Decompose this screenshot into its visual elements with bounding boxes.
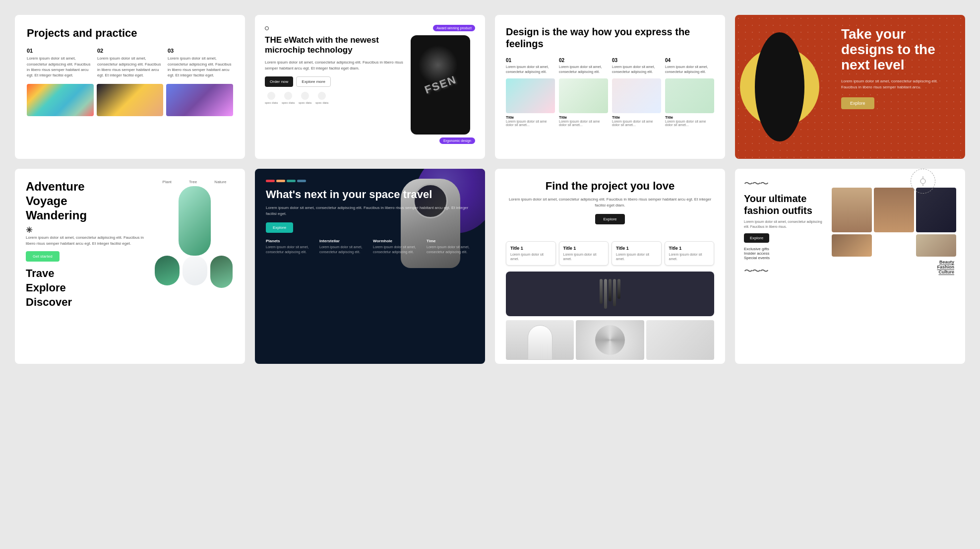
design-item-text-4: Lorem ipsum dolor sit ame dolor sit amet… bbox=[665, 120, 714, 127]
design-col-text-2: Lorem ipsum dolor sit amet, consectetur … bbox=[559, 65, 608, 74]
spec-icon-4 bbox=[318, 92, 326, 100]
card-design: Design is the way how you express the fe… bbox=[495, 15, 725, 159]
ewatch-buttons: Order now Explore more bbox=[265, 76, 406, 87]
wavy-line-top: 〜〜〜 bbox=[744, 178, 768, 190]
dark-bar-4 bbox=[613, 279, 616, 306]
design-item-title-4: Title bbox=[665, 115, 714, 120]
project-image-1 bbox=[27, 84, 94, 116]
space-item-2: Interstellar Lorem ipsum dolor sit amet,… bbox=[319, 239, 367, 255]
label-nature: Nature bbox=[214, 180, 226, 184]
flag-orange bbox=[276, 180, 285, 182]
fashion-desc: Lorem ipsum dolor sit amet, consectetur … bbox=[744, 219, 827, 229]
card-takeyour: Take your designs to the next level Lore… bbox=[735, 15, 965, 159]
find-tab-text-1: Lorem ipsum dolor sit amet. bbox=[510, 252, 551, 261]
space-item-title-2: Interstellar bbox=[319, 239, 367, 243]
get-started-button[interactable]: Get started bbox=[26, 251, 60, 262]
takeyour-desc: Lorem ipsum dolor sit amet, consectetur … bbox=[841, 78, 953, 90]
find-tab-1: Title 1 Lorem ipsum dolor sit amet. bbox=[506, 241, 556, 266]
design-title: Design is the way how you express the fe… bbox=[506, 26, 714, 50]
flag-teal bbox=[287, 180, 296, 182]
space-item-4: Time Lorem ipsum dolor sit amet, consect… bbox=[427, 239, 474, 255]
card-space: What's next in your space travel Lorem i… bbox=[255, 169, 485, 364]
adventure-img-oval bbox=[210, 256, 233, 288]
space-item-title-4: Time bbox=[427, 239, 474, 243]
col-text-2: Lorem ipsum dolor sit amet, consectetur … bbox=[97, 56, 163, 78]
dark-bar-1 bbox=[600, 279, 603, 304]
adventure-img-sm-2 bbox=[183, 256, 207, 285]
project-image-3 bbox=[166, 84, 233, 116]
space-explore-button[interactable]: Explore bbox=[266, 222, 293, 233]
label-tree: Tree bbox=[189, 180, 197, 184]
fashion-img-5 bbox=[916, 234, 956, 257]
find-dark-visual bbox=[506, 272, 714, 316]
specs-row: spec data spec data spec data spec data bbox=[265, 92, 406, 104]
design-img-2 bbox=[559, 78, 608, 113]
space-item-text-4: Lorem ipsum dolor sit amet, consectetur … bbox=[427, 245, 474, 255]
spec-text-2: spec data bbox=[282, 101, 295, 104]
find-tab-title-3: Title 1 bbox=[616, 246, 657, 251]
design-item-text-2: Lorem ipsum dolor sit ame dolor sit amet… bbox=[559, 120, 608, 127]
ewatch-right: Ergonomic design bbox=[411, 35, 475, 149]
flag-blue bbox=[297, 180, 306, 182]
design-col-num-3: 03 bbox=[612, 58, 661, 63]
spec-icon-2 bbox=[284, 92, 292, 100]
card-ewatch: Award winning product THE eWatch with th… bbox=[255, 15, 485, 159]
main-grid: Projects and practice 01 Lorem ipsum dol… bbox=[15, 15, 965, 364]
fashion-img-3 bbox=[916, 188, 956, 232]
find-tabs: Title 1 Lorem ipsum dolor sit amet. Titl… bbox=[506, 241, 714, 266]
spec-text-1: spec data bbox=[265, 101, 278, 104]
label-plant: Plant bbox=[163, 180, 172, 184]
col-text-3: Lorem ipsum dolor sit amet, consectetur … bbox=[168, 56, 233, 78]
project-image-2 bbox=[97, 84, 164, 116]
design-col-num-4: 04 bbox=[665, 58, 714, 63]
card-projects-images bbox=[27, 84, 233, 116]
find-desc: Lorem ipsum dolor sit amet, consectetur … bbox=[506, 197, 714, 208]
design-col-text-3: Lorem ipsum dolor sit amet, consectetur … bbox=[612, 65, 661, 74]
dark-bar-3 bbox=[609, 279, 612, 301]
space-item-text-2: Lorem ipsum dolor sit amet, consectetur … bbox=[319, 245, 367, 255]
ewatch-top-row: Award winning product bbox=[265, 25, 475, 31]
fashion-img-1 bbox=[832, 188, 872, 232]
fashion-right: Beauty Fashion Culture bbox=[832, 178, 956, 277]
ergo-badge: Ergonomic design bbox=[439, 137, 475, 144]
design-col-3: 03 Lorem ipsum dolor sit amet, consectet… bbox=[612, 58, 661, 127]
card-projects-cols: 01 Lorem ipsum dolor sit amet, consectet… bbox=[27, 48, 233, 78]
fashion-left: 〜〜〜 Your ultimate fashion outfits Lorem … bbox=[744, 178, 827, 277]
takeyour-explore-button[interactable]: Explore bbox=[841, 97, 874, 109]
find-title: Find the project you love bbox=[506, 180, 714, 193]
adventure-desc: Lorem ipsum dolor sit amet, consectetur … bbox=[26, 235, 150, 247]
find-images-row bbox=[506, 320, 714, 360]
card-find: Find the project you love Lorem ipsum do… bbox=[495, 169, 725, 364]
find-img-3 bbox=[646, 320, 714, 360]
spec-text-3: spec data bbox=[299, 101, 311, 104]
find-explore-button[interactable]: Explore bbox=[595, 214, 624, 224]
asterisk-icon: ✳ bbox=[26, 225, 150, 235]
space-item-text-1: Lorem ipsum dolor sit amet, consectetur … bbox=[266, 245, 313, 255]
find-img-2 bbox=[576, 320, 644, 360]
dark-bar-2 bbox=[604, 279, 607, 309]
col-1: 01 Lorem ipsum dolor sit amet, consectet… bbox=[27, 48, 92, 78]
col-num-2: 02 bbox=[97, 48, 163, 54]
card-fashion: 〜〜〜 Your ultimate fashion outfits Lorem … bbox=[735, 169, 965, 364]
design-img-4 bbox=[665, 78, 714, 113]
fashion-label-beauty: Beauty bbox=[832, 260, 954, 265]
card-projects-title: Projects and practice bbox=[27, 27, 233, 40]
find-tab-text-4: Lorem ipsum dolor sit amet. bbox=[669, 252, 710, 261]
adventure-labels: Plant Tree Nature bbox=[155, 180, 234, 184]
spec-3: spec data bbox=[299, 92, 311, 104]
takeyour-title: Take your designs to the next level bbox=[841, 27, 953, 72]
design-item-title-1: Title bbox=[506, 115, 555, 120]
fashion-explore-button[interactable]: Explore bbox=[744, 233, 769, 243]
design-item-text-3: Lorem ipsum dolor sit ame dolor sit amet… bbox=[612, 120, 661, 127]
explore-more-button[interactable]: Explore more bbox=[296, 76, 331, 87]
space-item-1: Planets Lorem ipsum dolor sit amet, cons… bbox=[266, 239, 313, 255]
design-col-text-4: Lorem ipsum dolor sit amet, consectetur … bbox=[665, 65, 714, 74]
find-tab-3: Title 1 Lorem ipsum dolor sit amet. bbox=[612, 241, 662, 266]
fashion-title: Your ultimate fashion outfits bbox=[744, 193, 827, 216]
design-col-4: 04 Lorem ipsum dolor sit amet, consectet… bbox=[665, 58, 714, 127]
spec-1: spec data bbox=[265, 92, 278, 104]
space-desc: Lorem ipsum dolor sit amet, consectetur … bbox=[266, 205, 474, 217]
col-2: 02 Lorem ipsum dolor sit amet, consectet… bbox=[97, 48, 163, 78]
order-now-button[interactable]: Order now bbox=[265, 76, 293, 87]
find-top: Find the project you love Lorem ipsum do… bbox=[495, 169, 725, 235]
